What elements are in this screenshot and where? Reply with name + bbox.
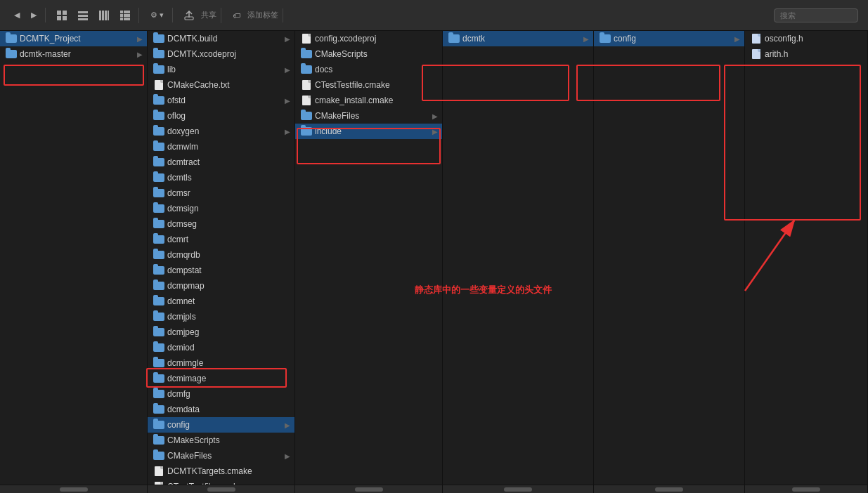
- chevron-right-icon: ▶: [734, 35, 740, 43]
- file-name: dcmpmap: [167, 281, 205, 291]
- list-item[interactable]: config.xcodeproj: [295, 31, 442, 46]
- scrollbar-thumb: [355, 487, 383, 492]
- forward-button[interactable]: ▶: [27, 8, 41, 22]
- file-name: dcmtk: [462, 34, 485, 44]
- list-item[interactable]: ofstd ▶: [148, 93, 294, 108]
- col3-scroll[interactable]: config.xcodeproj CMakeScripts docs CTest…: [295, 31, 442, 485]
- search-input[interactable]: [774, 8, 858, 22]
- list-item[interactable]: dcmnet: [148, 294, 294, 309]
- view-btn-1[interactable]: [53, 8, 71, 23]
- header-icon: [751, 49, 762, 59]
- list-item[interactable]: dcmiod: [148, 340, 294, 355]
- col1-scroll[interactable]: DCMTK_Project ▶ dcmtk-master ▶: [0, 31, 147, 485]
- col4-scroll[interactable]: dcmtk ▶: [443, 31, 593, 485]
- list-item[interactable]: dcmseg: [148, 216, 294, 232]
- chevron-right-icon: ▶: [285, 97, 290, 105]
- view-btn-2[interactable]: [74, 8, 92, 23]
- list-item[interactable]: config ▶: [594, 31, 744, 46]
- settings-button[interactable]: ⚙ ▾: [146, 8, 168, 22]
- col2-scroll[interactable]: DCMTK.build ▶ DCMTK.xcodeproj lib ▶ CMak…: [148, 31, 294, 485]
- folder-icon: [153, 296, 164, 306]
- folder-icon: [153, 188, 164, 198]
- list-item[interactable]: dcmimage: [148, 371, 294, 386]
- col5-scrollbar[interactable]: [594, 485, 744, 493]
- folder-icon: [153, 327, 164, 337]
- file-name: doxygen: [167, 126, 199, 136]
- col1-scrollbar[interactable]: [0, 485, 147, 493]
- svg-rect-3: [63, 16, 67, 20]
- share-button[interactable]: [180, 8, 198, 23]
- list-item[interactable]: dcmtk ▶: [443, 31, 593, 46]
- chevron-right-icon: ▶: [285, 452, 290, 460]
- list-item[interactable]: dcmtract: [148, 155, 294, 170]
- list-item[interactable]: CMakeScripts: [295, 46, 442, 62]
- col4-scrollbar[interactable]: [443, 485, 593, 493]
- chevron-right-icon: ▶: [432, 128, 438, 136]
- col5-scroll[interactable]: config ▶: [594, 31, 744, 485]
- column-2: DCMTK.build ▶ DCMTK.xcodeproj lib ▶ CMak…: [148, 31, 295, 493]
- view-btn-4[interactable]: [116, 8, 134, 23]
- view-btn-3[interactable]: [95, 8, 113, 23]
- list-item[interactable]: arith.h: [745, 46, 867, 62]
- list-item[interactable]: CMakeFiles ▶: [295, 108, 442, 124]
- list-item[interactable]: dcmqrdb: [148, 247, 294, 263]
- list-item[interactable]: include ▶: [295, 124, 442, 139]
- file-name: dcmtk-master: [20, 49, 71, 59]
- list-item[interactable]: DCMTK.xcodeproj: [148, 46, 294, 62]
- file-name: lib: [167, 65, 176, 74]
- list-item[interactable]: config ▶: [148, 417, 294, 433]
- list-item[interactable]: DCMTKTargets.cmake: [148, 464, 294, 479]
- list-item[interactable]: DCMTK_Project ▶: [0, 31, 147, 46]
- doc-icon: [153, 80, 164, 90]
- list-item[interactable]: dcmpmap: [148, 278, 294, 294]
- list-item[interactable]: dcmtk-master ▶: [0, 46, 147, 62]
- folder-icon: [153, 405, 164, 414]
- svg-rect-5: [78, 15, 88, 17]
- file-name: docs: [315, 65, 332, 74]
- folder-icon: [153, 265, 164, 275]
- file-name: dcmdata: [167, 405, 200, 414]
- file-name: config: [614, 34, 636, 44]
- list-item[interactable]: osconfig.h: [745, 31, 867, 46]
- list-item[interactable]: cmake_install.cmake: [295, 93, 442, 108]
- list-item[interactable]: CMakeFiles ▶: [148, 448, 294, 464]
- col6-scroll[interactable]: osconfig.h arith.h: [745, 31, 867, 485]
- col3-scrollbar[interactable]: [295, 485, 442, 493]
- file-name: dcmjpeg: [167, 327, 199, 337]
- column-5: config ▶: [594, 31, 745, 493]
- svg-rect-4: [78, 11, 88, 13]
- list-item[interactable]: CMakeScripts: [148, 433, 294, 448]
- list-item[interactable]: dcmtls: [148, 170, 294, 185]
- list-item[interactable]: lib ▶: [148, 62, 294, 77]
- scrollbar-thumb: [207, 487, 235, 492]
- list-item[interactable]: dcmimgle: [148, 355, 294, 371]
- list-item[interactable]: dcmrt: [148, 232, 294, 247]
- list-item[interactable]: DCMTK.build ▶: [148, 31, 294, 46]
- col2-scrollbar[interactable]: [148, 485, 294, 493]
- file-name: dcmtract: [167, 157, 200, 167]
- list-item[interactable]: CTestTestfile.cmake: [295, 77, 442, 93]
- svg-rect-7: [99, 11, 101, 20]
- share-group: 共享: [176, 8, 221, 23]
- list-item[interactable]: oflog: [148, 108, 294, 124]
- folder-icon: [153, 219, 164, 229]
- list-item[interactable]: dcmsign: [148, 201, 294, 216]
- file-name: dcmfg: [167, 389, 190, 399]
- list-item[interactable]: doxygen ▶: [148, 124, 294, 139]
- folder-icon: [301, 126, 312, 136]
- back-button[interactable]: ◀: [10, 8, 24, 22]
- list-item[interactable]: dcmpstat: [148, 263, 294, 278]
- col6-scrollbar[interactable]: [745, 485, 867, 493]
- main-content: DCMTK_Project ▶ dcmtk-master ▶ DCMTK.bui…: [0, 31, 868, 493]
- list-item[interactable]: docs: [295, 62, 442, 77]
- list-item[interactable]: dcmdata: [148, 402, 294, 417]
- list-item[interactable]: dcmjpls: [148, 309, 294, 324]
- list-item[interactable]: dcmwlm: [148, 139, 294, 155]
- list-item[interactable]: CMakeCache.txt: [148, 77, 294, 93]
- list-item[interactable]: CTestTestfile.cmake: [148, 479, 294, 485]
- list-item[interactable]: dcmjpeg: [148, 324, 294, 340]
- folder-icon: [153, 96, 164, 105]
- list-item[interactable]: dcmfg: [148, 386, 294, 402]
- tag-button[interactable]: 🏷: [228, 8, 245, 22]
- list-item[interactable]: dcmsr: [148, 185, 294, 201]
